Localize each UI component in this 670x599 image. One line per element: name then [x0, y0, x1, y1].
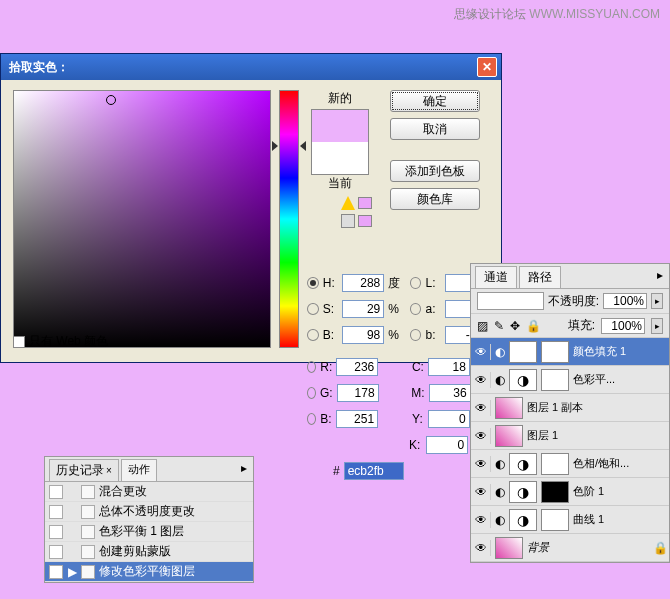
gamut-color-chip[interactable] — [358, 197, 372, 209]
layer-name[interactable]: 色阶 1 — [573, 484, 665, 499]
layer-row[interactable]: 👁 图层 1 — [471, 422, 669, 450]
layer-thumbnail[interactable] — [495, 397, 523, 419]
mask-thumbnail[interactable] — [541, 369, 569, 391]
websafe-color-chip[interactable] — [358, 215, 372, 227]
s-radio[interactable] — [307, 303, 319, 315]
layer-name[interactable]: 曲线 1 — [573, 512, 665, 527]
layer-thumbnail[interactable]: ◑ — [509, 341, 537, 363]
k-input[interactable] — [426, 436, 468, 454]
visibility-icon[interactable]: 👁 — [475, 456, 491, 472]
g-input[interactable] — [337, 384, 379, 402]
r-radio[interactable] — [307, 361, 316, 373]
history-panel: 历史记录× 动作 ▸ 混合更改 总体不透明度更改 色彩平衡 1 图层 创建剪贴蒙… — [44, 456, 254, 583]
blend-mode-select[interactable] — [477, 292, 544, 310]
visibility-icon[interactable]: 👁 — [475, 512, 491, 528]
layer-name[interactable]: 色相/饱和... — [573, 456, 665, 471]
history-row[interactable]: ▶ 修改色彩平衡图层 — [45, 562, 253, 582]
fill-arrow-icon[interactable]: ▸ — [651, 318, 663, 334]
layer-name[interactable]: 背景 — [527, 540, 649, 555]
lock-move-icon[interactable]: ✥ — [510, 319, 520, 333]
history-row[interactable]: 总体不透明度更改 — [45, 502, 253, 522]
fill-input[interactable]: 100% — [601, 318, 645, 334]
mask-thumbnail[interactable] — [541, 509, 569, 531]
history-snapshot-box[interactable] — [49, 525, 63, 539]
layer-thumbnail[interactable]: ◑ — [509, 509, 537, 531]
add-swatch-button[interactable]: 添加到色板 — [390, 160, 480, 182]
layer-name[interactable]: 色彩平... — [573, 372, 665, 387]
lock-all-icon[interactable]: 🔒 — [526, 319, 541, 333]
b-lab-radio[interactable] — [410, 329, 422, 341]
history-snapshot-box[interactable] — [49, 545, 63, 559]
tab-channels[interactable]: 通道 — [475, 266, 517, 288]
layer-thumbnail[interactable]: ◑ — [509, 481, 537, 503]
opacity-arrow-icon[interactable]: ▸ — [651, 293, 663, 309]
websafe-warning-icon[interactable] — [341, 214, 355, 228]
history-snapshot-box[interactable] — [49, 565, 63, 579]
l-radio[interactable] — [410, 277, 422, 289]
layer-name[interactable]: 图层 1 — [527, 428, 665, 443]
tab-paths[interactable]: 路径 — [519, 266, 561, 288]
layer-thumbnail[interactable]: ◑ — [509, 369, 537, 391]
mask-thumbnail[interactable] — [541, 481, 569, 503]
layer-row[interactable]: 👁 ◐ ◑ 曲线 1 — [471, 506, 669, 534]
color-lib-button[interactable]: 颜色库 — [390, 188, 480, 210]
layer-name[interactable]: 颜色填充 1 — [573, 344, 665, 359]
hex-input[interactable] — [344, 462, 404, 480]
visibility-icon[interactable]: 👁 — [475, 540, 491, 556]
g-radio[interactable] — [307, 387, 316, 399]
web-only-checkbox[interactable]: 只有 Web 颜色 — [13, 333, 108, 350]
mask-thumbnail[interactable] — [541, 341, 569, 363]
watermark: 思缘设计论坛 WWW.MISSYUAN.COM — [454, 6, 660, 23]
visibility-icon[interactable]: 👁 — [475, 344, 491, 360]
lock-pixels-icon[interactable]: ▨ — [477, 319, 488, 333]
h-input[interactable] — [342, 274, 384, 292]
y-input[interactable] — [428, 410, 470, 428]
h-radio[interactable] — [307, 277, 319, 289]
tab-actions[interactable]: 动作 — [121, 459, 157, 481]
visibility-icon[interactable]: 👁 — [475, 372, 491, 388]
m-input[interactable] — [429, 384, 471, 402]
history-menu-icon[interactable]: ▸ — [239, 459, 249, 481]
history-snapshot-box[interactable] — [49, 505, 63, 519]
b-hsb-radio[interactable] — [307, 329, 319, 341]
layer-row[interactable]: 👁 ◐ ◑ 颜色填充 1 — [471, 338, 669, 366]
layer-row[interactable]: 👁 背景 🔒 — [471, 534, 669, 562]
b-rgb-radio[interactable] — [307, 413, 316, 425]
history-row[interactable]: 创建剪贴蒙版 — [45, 542, 253, 562]
layer-row[interactable]: 👁 ◐ ◑ 色相/饱和... — [471, 450, 669, 478]
cancel-button[interactable]: 取消 — [390, 118, 480, 140]
b-rgb-input[interactable] — [336, 410, 378, 428]
layer-thumbnail[interactable] — [495, 537, 523, 559]
visibility-icon[interactable]: 👁 — [475, 400, 491, 416]
visibility-icon[interactable]: 👁 — [475, 484, 491, 500]
layer-thumbnail[interactable]: ◑ — [509, 453, 537, 475]
layer-thumbnail[interactable] — [495, 425, 523, 447]
c-input[interactable] — [428, 358, 470, 376]
history-row[interactable]: 混合更改 — [45, 482, 253, 502]
hue-slider[interactable] — [279, 90, 299, 348]
history-row[interactable]: 色彩平衡 1 图层 — [45, 522, 253, 542]
layer-name[interactable]: 图层 1 副本 — [527, 400, 665, 415]
history-snapshot-box[interactable] — [49, 485, 63, 499]
r-input[interactable] — [336, 358, 378, 376]
lock-brush-icon[interactable]: ✎ — [494, 319, 504, 333]
a-radio[interactable] — [410, 303, 422, 315]
titlebar[interactable]: 拾取实色： ✕ — [1, 54, 501, 80]
s-input[interactable] — [342, 300, 384, 318]
adjustment-icon: ◐ — [495, 485, 505, 499]
layer-row[interactable]: 👁 ◐ ◑ 色彩平... — [471, 366, 669, 394]
ok-button[interactable]: 确定 — [390, 90, 480, 112]
layer-row[interactable]: 👁 图层 1 副本 — [471, 394, 669, 422]
tab-history[interactable]: 历史记录× — [49, 459, 119, 481]
opacity-input[interactable]: 100% — [603, 293, 647, 309]
color-field[interactable] — [13, 90, 271, 348]
layer-row[interactable]: 👁 ◐ ◑ 色阶 1 — [471, 478, 669, 506]
panel-menu-icon[interactable]: ▸ — [655, 266, 665, 288]
b-hsb-input[interactable] — [342, 326, 384, 344]
close-button[interactable]: ✕ — [477, 57, 497, 77]
visibility-icon[interactable]: 👁 — [475, 428, 491, 444]
gamut-warning-icon[interactable] — [341, 196, 355, 210]
mask-thumbnail[interactable] — [541, 453, 569, 475]
color-field-marker — [106, 95, 116, 105]
current-color-swatch[interactable] — [312, 142, 368, 174]
